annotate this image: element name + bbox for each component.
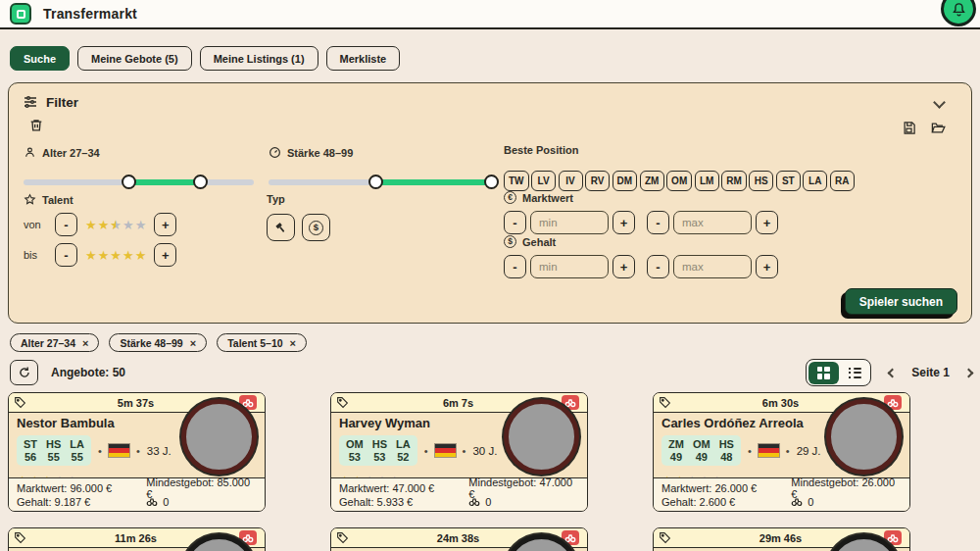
- positions-box: ST56HS55LA55: [17, 435, 91, 466]
- position-option-rm[interactable]: RM: [721, 171, 747, 191]
- position-option-rv[interactable]: RV: [585, 171, 610, 191]
- player-card[interactable]: 24m 38s Robert Cummerata • • •: [330, 527, 588, 551]
- talent-to-stars: ★★★★★: [85, 249, 146, 262]
- buy-now-type-button[interactable]: $: [302, 214, 330, 241]
- salary-max-plus-button[interactable]: +: [756, 255, 778, 278]
- binoculars-icon: [564, 398, 576, 408]
- notifications-button[interactable]: [941, 0, 976, 26]
- tag-icon: [336, 396, 349, 409]
- grid-icon: [817, 367, 830, 379]
- binoculars-icon: [887, 533, 899, 543]
- save-filter-button[interactable]: [902, 121, 916, 135]
- position-rating: LA52: [396, 438, 411, 463]
- talent-from-plus-button[interactable]: +: [154, 213, 176, 236]
- tab-merkliste[interactable]: Merkliste: [326, 46, 401, 71]
- age-range-slider: [24, 175, 254, 190]
- star-icon: ★: [85, 249, 97, 262]
- talent-to-plus-button[interactable]: +: [154, 243, 176, 267]
- separator-dot: •: [136, 445, 140, 457]
- prev-page-chevron-icon[interactable]: [888, 368, 898, 377]
- talent-filter: Talent von - ★★★★★★ + bis - ★★★★★ +: [24, 193, 176, 267]
- position-option-iv[interactable]: IV: [559, 171, 583, 191]
- market-value: Marktwert: 26.000 €: [662, 482, 791, 494]
- position-option-la[interactable]: LA: [803, 171, 827, 191]
- position-option-om[interactable]: OM: [666, 171, 692, 191]
- tag-icon: [14, 531, 26, 544]
- star-icon: ★: [110, 249, 122, 262]
- player-card[interactable]: 6m 30s Carles Ordóñez Arreola ZM49OM49HS…: [653, 392, 910, 512]
- player-age: 33 J.: [147, 445, 172, 457]
- clear-filters-button[interactable]: [28, 117, 44, 133]
- age-slider-min-handle[interactable]: [122, 175, 136, 189]
- market-value-min-minus-button[interactable]: -: [504, 211, 526, 234]
- position-option-st[interactable]: ST: [776, 171, 801, 191]
- star-icon: ★: [98, 219, 110, 231]
- collapse-chevron-icon[interactable]: [933, 96, 946, 109]
- watchers-count: 0: [485, 496, 491, 508]
- best-position-label: Beste Position: [504, 144, 578, 156]
- slider-active-range: [376, 179, 492, 185]
- position-rating: OM49: [693, 438, 710, 463]
- salary-min-input[interactable]: [530, 255, 609, 278]
- sliders-icon: [23, 94, 38, 110]
- market-value-min-input[interactable]: [530, 211, 609, 234]
- player-card[interactable]: 6m 7s Harvey Wyman OM53HS53LA52 • • 30 J…: [330, 392, 588, 512]
- player-avatar: [504, 399, 579, 475]
- card-footer: Marktwert: 26.000 € Mindestgebot: 26.000…: [654, 477, 909, 511]
- star-icon: ★★: [110, 219, 122, 231]
- position-option-dm[interactable]: DM: [612, 171, 638, 191]
- position-rating: HS55: [46, 438, 61, 463]
- talent-from-minus-button[interactable]: -: [55, 213, 77, 236]
- chip-remove-icon[interactable]: ×: [190, 337, 196, 349]
- salary-min-minus-button[interactable]: -: [504, 255, 526, 278]
- talent-to-minus-button[interactable]: -: [55, 243, 77, 267]
- position-option-ra[interactable]: RA: [830, 171, 855, 191]
- position-option-zm[interactable]: ZM: [640, 171, 664, 191]
- player-card[interactable]: 29m 46s Jesper Lindberg • • •: [653, 527, 910, 551]
- tab-meine-gebote-5[interactable]: Meine Gebote (5): [77, 46, 192, 71]
- germany-flag-icon: [109, 444, 129, 457]
- player-card[interactable]: 11m 26s Timmy Emard-Smitham • • •: [8, 527, 266, 551]
- binoculars-icon: [887, 398, 899, 408]
- talent-from-stars: ★★★★★★: [85, 219, 146, 231]
- star-icon: ★: [98, 249, 110, 262]
- app-logo-icon[interactable]: [10, 3, 31, 25]
- chip-remove-icon[interactable]: ×: [82, 337, 88, 349]
- position-option-lv[interactable]: LV: [531, 171, 556, 191]
- salary-max-minus-button[interactable]: -: [647, 255, 669, 278]
- market-value-max-plus-button[interactable]: +: [756, 211, 778, 234]
- market-value-min-plus-button[interactable]: +: [612, 211, 635, 234]
- tab-meine-listings-1[interactable]: Meine Listings (1): [200, 46, 318, 71]
- auction-type-button[interactable]: [267, 214, 295, 241]
- refresh-button[interactable]: [10, 360, 38, 385]
- binoculars-icon: [146, 497, 158, 507]
- market-value: Marktwert: 47.000 €: [339, 482, 468, 494]
- player-card[interactable]: 5m 37s Nestor Bambula ST56HS55LA55 • • 3…: [8, 392, 266, 512]
- salary-min-plus-button[interactable]: +: [612, 255, 635, 278]
- dollar-coin-icon: $: [504, 235, 516, 248]
- grid-view-button[interactable]: [808, 362, 839, 384]
- market-value-max-input[interactable]: [673, 211, 752, 234]
- age-slider-max-handle[interactable]: [193, 175, 208, 189]
- load-filter-button[interactable]: [930, 121, 946, 135]
- chip-remove-icon[interactable]: ×: [290, 337, 296, 349]
- player-avatar: [826, 399, 902, 475]
- card-body: Carles Ordóñez Arreola ZM49OM49HS48 • • …: [654, 413, 909, 477]
- list-view-button[interactable]: [840, 360, 870, 385]
- position-option-hs[interactable]: HS: [749, 171, 773, 191]
- results-bar: Angebote: 50 Seite 1: [10, 359, 972, 386]
- position-option-lm[interactable]: LM: [695, 171, 719, 191]
- tag-icon: [336, 531, 349, 544]
- salary-max-input[interactable]: [673, 255, 752, 278]
- search-players-button[interactable]: Spieler suchen: [845, 288, 957, 315]
- tag-icon: [14, 396, 26, 409]
- position-option-tw[interactable]: TW: [504, 171, 529, 191]
- strength-slider-max-handle[interactable]: [484, 175, 499, 189]
- strength-slider-min-handle[interactable]: [368, 175, 383, 189]
- separator-dot: •: [748, 445, 752, 457]
- position-rating: HS48: [719, 438, 734, 463]
- market-value-max-minus-button[interactable]: -: [647, 211, 669, 234]
- next-page-chevron-icon[interactable]: [964, 368, 974, 377]
- tab-suche[interactable]: Suche: [10, 46, 70, 71]
- strength-filter-label: Stärke 48–99: [287, 147, 353, 159]
